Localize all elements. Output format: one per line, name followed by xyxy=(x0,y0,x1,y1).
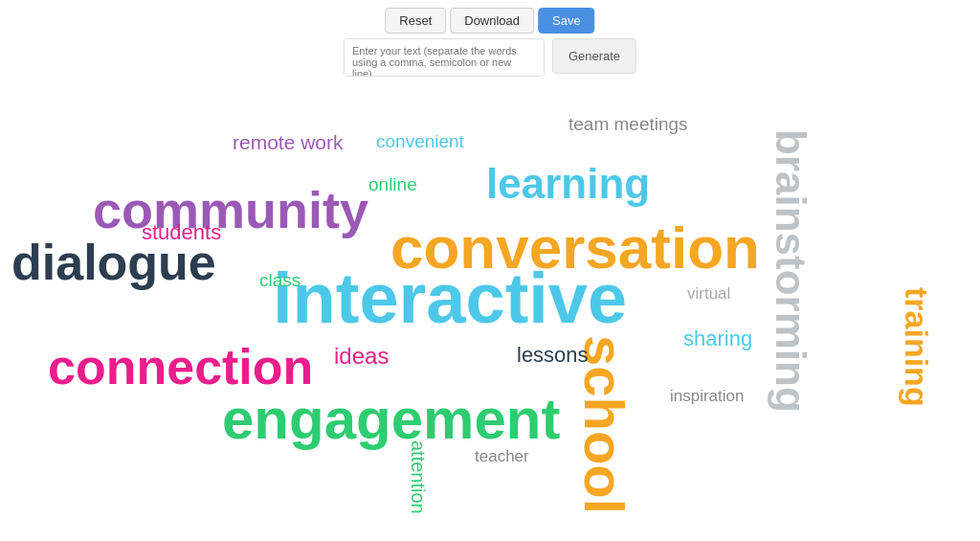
save-button[interactable]: Save xyxy=(538,8,595,34)
word-item: teacher xyxy=(475,448,529,464)
reset-button[interactable]: Reset xyxy=(385,8,446,34)
word-item: engagement xyxy=(222,391,560,448)
word-cloud: interactiveconversationengagementcommuni… xyxy=(0,0,980,541)
word-item: learning xyxy=(486,163,650,205)
word-item: connection xyxy=(48,342,313,392)
word-item: sharing xyxy=(683,328,752,349)
text-input[interactable] xyxy=(344,38,545,77)
download-button[interactable]: Download xyxy=(450,8,534,34)
generate-button[interactable]: Generate xyxy=(552,38,636,74)
word-item: team meetings xyxy=(568,115,688,133)
word-item: conversation xyxy=(390,218,760,278)
input-area: Generate xyxy=(344,38,636,77)
word-item: lessons xyxy=(517,345,589,366)
word-item: brainstorming xyxy=(769,129,812,413)
word-item: dialogue xyxy=(11,237,216,287)
word-item: convenient xyxy=(376,132,464,150)
toolbar: Reset Download Save xyxy=(385,8,594,34)
word-item: virtual xyxy=(687,285,730,302)
word-item: online xyxy=(368,175,417,193)
word-item: remote work xyxy=(233,132,344,152)
word-item: training xyxy=(901,287,933,407)
word-item: class xyxy=(259,271,301,289)
word-item: inspiration xyxy=(670,388,745,404)
word-item: students xyxy=(142,222,221,243)
word-item: community xyxy=(93,184,368,236)
word-item: attention xyxy=(409,440,428,514)
word-item: ideas xyxy=(334,345,389,368)
